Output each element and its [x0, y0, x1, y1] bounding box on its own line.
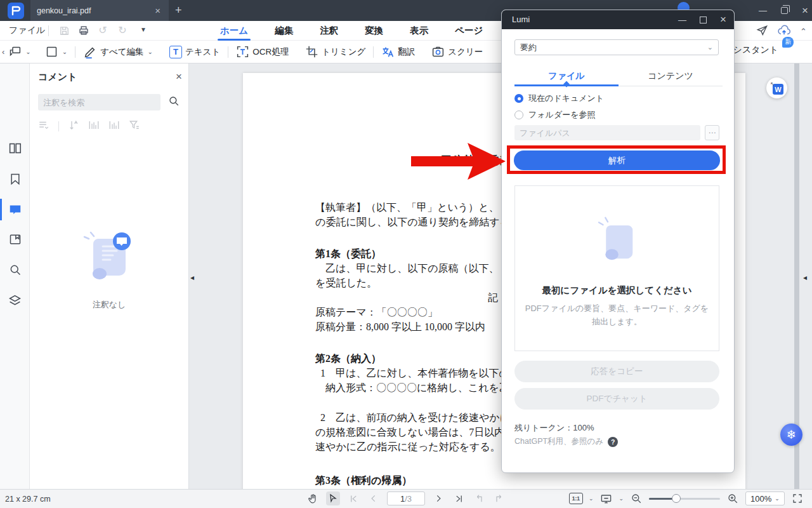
- divider: [58, 121, 59, 131]
- remaining-tokens-label: 残りトークン：100%: [514, 422, 594, 434]
- window-close-button[interactable]: ×: [802, 4, 808, 17]
- new-tab-button[interactable]: +: [175, 4, 182, 17]
- attachments-icon[interactable]: [8, 232, 22, 246]
- lumi-titlebar: Lumi — ×: [502, 10, 734, 29]
- tab-comment[interactable]: 注釈: [318, 22, 339, 40]
- chevron-down-icon: ⌄: [775, 495, 780, 502]
- comments-close-icon[interactable]: ×: [176, 70, 182, 83]
- lumi-close-button[interactable]: ×: [720, 13, 726, 26]
- bookmarks-icon[interactable]: [8, 171, 22, 186]
- fit-page-icon[interactable]: [599, 491, 613, 505]
- empty-state-description: PDFファイルの要旨、要点、キーワード、タグを抽出します。: [522, 302, 712, 328]
- zoom-in-icon[interactable]: [726, 491, 740, 505]
- radio-current-document-label: 現在のドキュメント: [528, 93, 604, 104]
- comment-sort-icon[interactable]: [68, 119, 79, 133]
- chat-with-pdf-button[interactable]: PDFでチャット: [514, 388, 719, 410]
- page-number-input[interactable]: 1 /3: [387, 491, 425, 505]
- document-tab[interactable]: genkou_irai.pdf ×: [30, 0, 169, 21]
- lumi-ai-floating-button[interactable]: ❄: [780, 424, 802, 446]
- file-menu[interactable]: ファイル: [9, 25, 45, 36]
- quick-tools-dropdown-icon[interactable]: ▼: [140, 26, 147, 33]
- empty-state-title: 最初にファイルを選択してください: [515, 284, 719, 297]
- lumi-maximize-button[interactable]: [700, 17, 707, 23]
- tab-home[interactable]: ホーム: [219, 22, 249, 40]
- collapse-left-panel-handle[interactable]: ◂: [190, 269, 198, 286]
- tab-close-icon[interactable]: ×: [153, 5, 162, 16]
- edit-all-label: すべて編集: [100, 46, 143, 58]
- redo-icon[interactable]: ↻: [117, 25, 128, 36]
- zoom-level-select[interactable]: 100% ⌄: [745, 491, 785, 505]
- doc-line: 第3条（権利の帰属）: [315, 473, 671, 488]
- ocr-button[interactable]: OCR処理: [236, 45, 289, 58]
- tab-edit[interactable]: 編集: [273, 22, 294, 40]
- undo-icon[interactable]: ↺: [97, 25, 108, 36]
- fullscreen-icon[interactable]: [790, 491, 804, 505]
- radio-current-document[interactable]: 現在のドキュメント: [514, 93, 604, 104]
- copy-response-button[interactable]: 応答をコピー: [514, 361, 719, 382]
- actual-size-icon[interactable]: 1:1: [569, 493, 583, 504]
- lumi-result-empty-state: 最初にファイルを選択してください PDFファイルの要旨、要点、キーワード、タグを…: [514, 185, 719, 351]
- comment-filter-icon[interactable]: [129, 119, 140, 133]
- hand-tool-icon[interactable]: [306, 491, 320, 505]
- edit-all-button[interactable]: すべて編集 ⌄: [83, 45, 153, 59]
- window-minimize-button[interactable]: —: [759, 6, 767, 15]
- comments-search-input[interactable]: [38, 94, 160, 110]
- zoom-out-icon[interactable]: [629, 491, 643, 505]
- usage-help-icon[interactable]: ?: [608, 437, 618, 447]
- save-icon[interactable]: [58, 25, 70, 36]
- callout-icon: [8, 45, 22, 58]
- convert-to-word-button[interactable]: ↖ W: [766, 77, 787, 98]
- pencil-icon: [83, 45, 97, 59]
- tab-convert[interactable]: 変換: [363, 22, 384, 40]
- zoom-slider-thumb[interactable]: [672, 494, 681, 503]
- first-page-icon[interactable]: [346, 491, 360, 505]
- screenshot-button[interactable]: スクリー: [431, 45, 483, 58]
- lumi-mode-value: 要約: [520, 42, 537, 53]
- app-logo-icon: [8, 3, 24, 19]
- zoom-slider[interactable]: [649, 491, 720, 505]
- collapse-right-panel-handle[interactable]: ◂: [803, 269, 811, 286]
- next-page-icon[interactable]: [431, 491, 445, 505]
- print-icon[interactable]: [78, 25, 89, 36]
- last-page-icon[interactable]: [452, 491, 466, 505]
- comment-list-options-icon[interactable]: [38, 119, 49, 133]
- share-icon[interactable]: [756, 24, 768, 38]
- lumi-minimize-button[interactable]: —: [678, 15, 686, 25]
- shape-tool-button[interactable]: ⌄: [45, 45, 67, 58]
- tab-view[interactable]: 表示: [409, 22, 429, 40]
- radio-selected-icon[interactable]: [514, 94, 523, 103]
- comments-search-icon[interactable]: [168, 95, 180, 109]
- lumi-tab-content[interactable]: コンテンツ: [619, 67, 723, 86]
- cloud-upload-icon[interactable]: [777, 24, 791, 38]
- annotation-highlight-box: [507, 145, 726, 174]
- text-tool-button[interactable]: T テキスト: [169, 46, 220, 58]
- text-label: テキスト: [185, 46, 220, 58]
- chevron-down-icon: ⌄: [62, 48, 67, 55]
- previous-view-icon[interactable]: [472, 491, 486, 505]
- select-tool-icon[interactable]: [326, 491, 340, 505]
- layers-icon[interactable]: [8, 293, 22, 308]
- comment-author-sort-icon[interactable]: [108, 119, 120, 133]
- tab-page[interactable]: ページ: [454, 22, 484, 40]
- radio-unselected-icon[interactable]: [514, 110, 523, 119]
- translate-button[interactable]: 翻訳: [381, 45, 415, 58]
- lumi-mode-select[interactable]: 要約 ⌄: [514, 39, 719, 55]
- chevron-down-icon[interactable]: ⌄: [589, 495, 594, 502]
- annotation-arrow: [411, 141, 508, 182]
- callout-tool-button[interactable]: ⌄: [8, 45, 30, 58]
- lumi-tab-file[interactable]: ファイル: [514, 67, 619, 86]
- comments-icon[interactable]: [8, 202, 22, 217]
- file-path-input[interactable]: [514, 125, 700, 140]
- toolbar-scroll-left-icon[interactable]: ‹: [2, 47, 4, 57]
- radio-browse-folder[interactable]: フォルダーを参照: [514, 109, 596, 121]
- search-icon[interactable]: [8, 262, 22, 277]
- browse-button[interactable]: ⋯: [705, 125, 719, 140]
- window-restore-button[interactable]: [781, 7, 788, 14]
- next-view-icon[interactable]: [492, 491, 506, 505]
- comment-page-sort-icon[interactable]: [88, 119, 100, 133]
- collapse-toolbar-icon[interactable]: ⌃: [800, 27, 807, 36]
- previous-page-icon[interactable]: [367, 491, 381, 505]
- thumbnails-icon[interactable]: [8, 141, 22, 156]
- chevron-down-icon[interactable]: ⌄: [619, 495, 624, 502]
- crop-button[interactable]: トリミング: [305, 45, 365, 58]
